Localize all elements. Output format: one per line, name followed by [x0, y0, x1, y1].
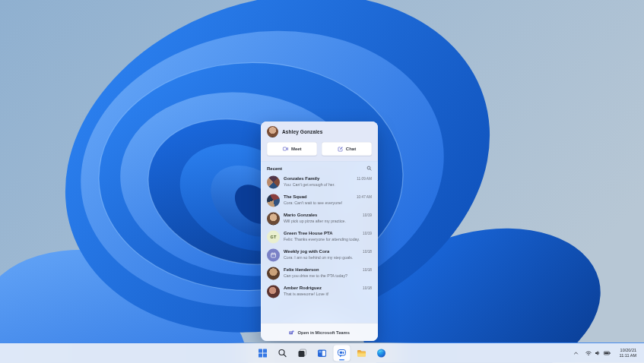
hidden-icons-button[interactable] [571, 346, 582, 361]
chat-button-label: Chat [346, 147, 356, 152]
conversation-timestamp: 10/19 [363, 232, 372, 236]
conversation-avatar [267, 286, 280, 298]
chat-bubble-icon [336, 348, 347, 359]
system-tray-status[interactable] [583, 346, 614, 361]
conversation-name: Felix Henderson [284, 267, 319, 273]
conversation-name: Gonzales Family [284, 176, 319, 182]
conversation-name: Amber Rodriguez [284, 286, 322, 291]
search-button[interactable] [274, 346, 291, 361]
conversation-preview: You: Can't get enough of her. [284, 182, 372, 187]
conversation-item[interactable]: Amber Rodriguez 10/18 That is awesome! L… [261, 283, 378, 301]
conversation-preview: Felix: Thanks everyone for attending tod… [284, 237, 372, 241]
avatar-initials: GT [271, 235, 277, 239]
compose-icon [338, 146, 344, 152]
file-explorer-icon [356, 348, 367, 359]
current-user-avatar [267, 126, 278, 137]
conversation-name: The Squad [284, 194, 307, 200]
conversation-avatar [267, 194, 280, 207]
conversation-preview: Will pick up pizza after my practice. [284, 219, 372, 223]
microsoft-teams-icon [289, 330, 295, 336]
recent-section-label: Recent [267, 166, 282, 171]
conversation-name: Weekly jog with Cora [284, 249, 329, 254]
clock: 10/20/21 11:11 AM [617, 348, 639, 358]
search-taskbar-icon [277, 348, 288, 359]
conversation-timestamp: 10/19 [363, 213, 372, 218]
conversation-name: Mario Gonzales [284, 213, 317, 218]
conversation-avatar [267, 249, 280, 262]
meet-button-label: Meet [291, 147, 302, 152]
conversation-item[interactable]: The Squad 10:47 AM Cora: Can't wait to s… [261, 191, 378, 210]
conversation-name: Green Tree House PTA [284, 231, 333, 236]
current-user-name: Ashley Gonzales [282, 129, 323, 135]
chevron-up-icon [573, 350, 579, 356]
conversation-preview: Can you drive me to the PTA today? [284, 273, 372, 278]
file-explorer-button[interactable] [354, 346, 370, 361]
conversation-preview: Cora: I am so behind on my step goals. [284, 255, 372, 260]
clock-button[interactable]: 10/20/21 11:11 AM [615, 346, 641, 361]
conversation-avatar [267, 176, 280, 189]
conversation-timestamp: 11:09 AM [357, 177, 372, 182]
calendar-icon [271, 252, 277, 258]
teams-chat-flyout: Ashley Gonzales Meet Chat [261, 122, 378, 341]
taskbar: 10/20/21 11:11 AM [0, 343, 644, 363]
start-button[interactable] [255, 346, 271, 361]
volume-icon [595, 350, 601, 357]
conversation-timestamp: 10:47 AM [357, 195, 372, 200]
chat-taskbar-button[interactable] [334, 346, 351, 361]
conversation-timestamp: 10/18 [363, 268, 372, 273]
battery-icon [604, 350, 611, 357]
edge-icon [376, 348, 387, 359]
conversation-avatar: GT [267, 231, 280, 244]
conversation-item[interactable]: GT Green Tree House PTA 10/19 Felix: Tha… [261, 228, 378, 246]
conversation-timestamp: 10/18 [363, 250, 372, 254]
widgets-icon [316, 348, 328, 359]
tray-date: 10/20/21 [620, 348, 636, 353]
conversation-timestamp: 10/18 [363, 286, 372, 291]
desktop: Ashley Gonzales Meet Chat [0, 0, 644, 363]
search-icon[interactable] [366, 166, 372, 171]
conversation-item[interactable]: Weekly jog with Cora 10/18 Cora: I am so… [261, 246, 378, 264]
task-view-button[interactable] [294, 346, 311, 361]
open-in-teams-button[interactable]: Open in Microsoft Teams [261, 324, 378, 342]
edge-browser-button[interactable] [373, 346, 390, 361]
task-view-icon [297, 348, 308, 359]
windows-start-icon [257, 348, 268, 359]
current-user-row[interactable]: Ashley Gonzales [267, 125, 372, 142]
open-in-teams-label: Open in Microsoft Teams [298, 330, 350, 335]
panel-header-section: Ashley Gonzales Meet Chat [261, 122, 378, 161]
tray-time: 11:11 AM [620, 353, 636, 358]
meet-button[interactable]: Meet [267, 142, 317, 156]
conversation-preview: That is awesome! Love it! [284, 292, 372, 296]
widgets-button[interactable] [314, 346, 331, 361]
conversation-item[interactable]: Mario Gonzales 10/19 Will pick up pizza … [261, 210, 378, 228]
conversation-item[interactable]: Felix Henderson 10/18 Can you drive me t… [261, 264, 378, 283]
wifi-icon [585, 350, 592, 357]
conversation-item[interactable]: Gonzales Family 11:09 AM You: Can't get … [261, 173, 378, 191]
conversation-list: Gonzales Family 11:09 AM You: Can't get … [261, 173, 378, 324]
chat-button[interactable]: Chat [322, 142, 372, 156]
conversation-avatar [267, 267, 280, 280]
conversation-preview: Cora: Can't wait to see everyone! [284, 200, 372, 205]
conversation-avatar [267, 213, 280, 226]
video-camera-icon [282, 146, 288, 152]
